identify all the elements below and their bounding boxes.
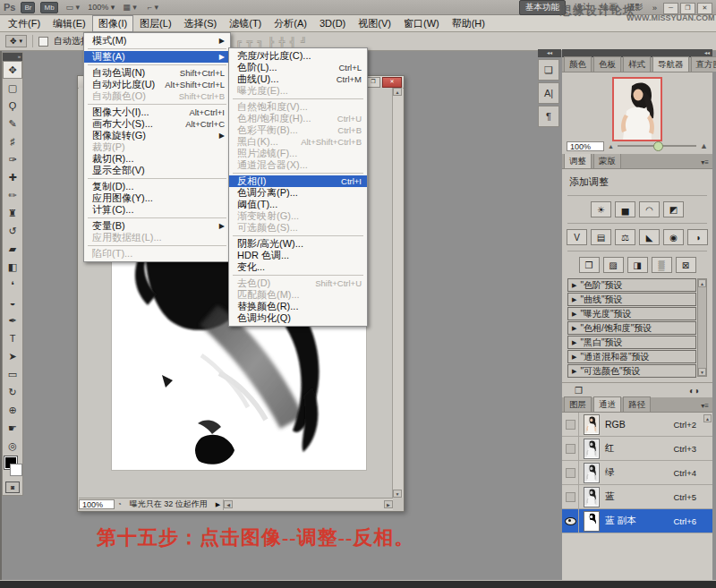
- preset-row[interactable]: ▶"可选颜色"预设: [567, 364, 696, 378]
- screen-mode-icon[interactable]: ⌐ ▾: [145, 3, 161, 12]
- hue-saturation-icon[interactable]: ▤: [591, 229, 611, 245]
- levels-icon[interactable]: ▅: [615, 201, 635, 217]
- panel-menu-icon[interactable]: ▾≡: [697, 158, 712, 168]
- character-panel-icon[interactable]: A|: [538, 82, 559, 104]
- path-selection-tool[interactable]: ➤: [3, 347, 22, 365]
- collapse-triangle-icon[interactable]: ▶: [572, 339, 576, 346]
- black-white-icon[interactable]: ◣: [639, 229, 660, 245]
- visibility-cell[interactable]: [562, 437, 579, 460]
- menu-bar-item[interactable]: 滤镜(T): [223, 15, 268, 32]
- color-balance-icon[interactable]: ⚖: [615, 229, 635, 245]
- pen-tool[interactable]: ✒: [3, 311, 22, 329]
- menu-bar-item[interactable]: 3D(D): [313, 16, 352, 30]
- preset-row[interactable]: ▶"黑白"预设: [567, 336, 696, 349]
- scroll-down-icon[interactable]: ▼: [393, 490, 402, 498]
- panel-tab[interactable]: 通道: [593, 396, 621, 412]
- menu-bar-item[interactable]: 图像(I): [92, 15, 133, 32]
- menu-bar-item[interactable]: 编辑(E): [47, 15, 92, 32]
- quick-mask-button[interactable]: ◙: [5, 481, 20, 493]
- panel-tab[interactable]: 路径: [623, 396, 651, 412]
- panel-tab[interactable]: 图层: [564, 396, 592, 412]
- channel-mixer-icon[interactable]: ◑: [687, 229, 708, 245]
- crop-tool[interactable]: ♯: [3, 132, 22, 150]
- paragraph-panel-icon[interactable]: ¶: [538, 106, 559, 127]
- collapse-triangle-icon[interactable]: ▶: [572, 368, 576, 375]
- collapse-triangle-icon[interactable]: ▶: [572, 311, 576, 318]
- invert-icon[interactable]: ❐: [579, 257, 600, 273]
- image-menu-item[interactable]: 陷印(T)...: [84, 248, 230, 260]
- visibility-well[interactable]: [566, 492, 575, 502]
- scroll-left-icon[interactable]: ◀: [224, 500, 233, 508]
- rotate-view-tool[interactable]: ↻: [3, 383, 22, 401]
- collapse-triangle-icon[interactable]: ▶: [572, 325, 576, 332]
- expanded-view-icon[interactable]: ❐: [575, 386, 583, 396]
- image-menu-item[interactable]: 应用数据组(L)...: [84, 232, 230, 243]
- document-zoom-input[interactable]: 100%: [79, 499, 115, 509]
- scroll-right-icon[interactable]: ▶: [384, 500, 393, 508]
- menu-bar-item[interactable]: 窗口(W): [397, 15, 446, 32]
- adjust-submenu-item[interactable]: 色调均化(Q): [229, 312, 367, 324]
- document-restore-button[interactable]: ❐: [366, 77, 380, 88]
- mini-dock-collapse[interactable]: ◂◂: [538, 49, 561, 57]
- marquee-tool[interactable]: ▢: [3, 79, 22, 97]
- align-icon[interactable]: ╝: [300, 37, 308, 47]
- horizontal-scrollbar[interactable]: ◀ ▶: [223, 499, 393, 510]
- preset-row[interactable]: ▶"通道混和器"预设: [567, 350, 696, 363]
- visibility-cell[interactable]: [562, 461, 579, 484]
- collapse-triangle-icon[interactable]: ▶: [572, 282, 576, 289]
- visibility-cell[interactable]: [562, 413, 579, 436]
- lasso-tool[interactable]: Ϙ: [3, 97, 22, 115]
- mini-bridge-button[interactable]: Mb: [40, 2, 57, 13]
- dodge-tool[interactable]: ◒: [3, 294, 22, 311]
- menu-bar-item[interactable]: 视图(V): [352, 15, 397, 32]
- status-flyout-icon[interactable]: ▶: [213, 501, 223, 508]
- presets-scrollbar[interactable]: ▲ ▼: [697, 278, 707, 377]
- adjust-submenu-item[interactable]: 可选颜色(S)...: [229, 222, 367, 234]
- menu-bar-item[interactable]: 分析(A): [268, 15, 313, 32]
- arrange-documents-icon[interactable]: ▦ ▾: [120, 3, 140, 12]
- visibility-cell[interactable]: [562, 509, 579, 533]
- image-menu-item[interactable]: 自动颜色(O)Shift+Ctrl+B: [84, 90, 230, 102]
- hand-tool[interactable]: ☛: [3, 419, 22, 437]
- navigator-proxy-view[interactable]: [612, 77, 662, 141]
- zoom-tool[interactable]: ◎: [3, 437, 22, 455]
- panel-tab[interactable]: 色板: [593, 56, 621, 72]
- visibility-well[interactable]: [566, 468, 575, 478]
- align-icon[interactable]: ╣: [289, 37, 297, 47]
- auto-select-checkbox[interactable]: [38, 37, 48, 47]
- channel-row[interactable]: 蓝Ctrl+5: [562, 485, 712, 509]
- eyedropper-tool[interactable]: ✑: [3, 150, 22, 168]
- align-icon[interactable]: ╬: [277, 37, 286, 47]
- align-icon[interactable]: ╦: [245, 37, 253, 47]
- preset-row[interactable]: ▶"曲线"预设: [567, 293, 696, 306]
- menu-bar-item[interactable]: 帮助(H): [446, 15, 491, 32]
- scroll-up-icon[interactable]: ▲: [703, 414, 712, 422]
- brush-tool[interactable]: ✏: [3, 186, 22, 204]
- zoom-slider-thumb[interactable]: [653, 141, 663, 151]
- adjust-submenu-item[interactable]: 通道混合器(X)...: [229, 159, 367, 171]
- adjust-submenu-item[interactable]: 曝光度(E)...: [229, 85, 367, 97]
- workspace-overflow-chevron[interactable]: »: [652, 3, 657, 13]
- panel-tab[interactable]: 颜色: [564, 56, 592, 72]
- zoom-in-icon[interactable]: ▲: [700, 141, 708, 150]
- channel-row[interactable]: 红Ctrl+3: [562, 437, 712, 461]
- tool-preset-picker[interactable]: ✥▾: [5, 35, 27, 47]
- panel-tab[interactable]: 蒙版: [593, 153, 621, 168]
- history-brush-tool[interactable]: ↺: [3, 222, 22, 240]
- clone-source-panel-icon[interactable]: ❏: [538, 59, 559, 81]
- move-tool[interactable]: ✥: [3, 61, 22, 79]
- selective-color-icon[interactable]: ⊠: [676, 257, 696, 273]
- gradient-map-icon[interactable]: ▒: [652, 257, 672, 273]
- posterize-icon[interactable]: ▨: [603, 257, 624, 273]
- panel-menu-icon[interactable]: ▾≡: [697, 402, 712, 412]
- tools-panel-collapse[interactable]: »: [3, 53, 22, 61]
- background-color-swatch[interactable]: [10, 464, 22, 476]
- clone-stamp-tool[interactable]: ♜: [3, 204, 22, 222]
- align-icon[interactable]: ╗: [256, 37, 264, 47]
- zoom-level-control[interactable]: 100% ▾: [88, 3, 115, 12]
- shape-tool[interactable]: ▭: [3, 365, 22, 383]
- view-extras-icon[interactable]: ▭ ▾: [64, 3, 83, 12]
- align-icon[interactable]: ╔: [234, 37, 243, 47]
- menu-bar-item[interactable]: 图层(L): [133, 15, 177, 32]
- navigator-zoom-input[interactable]: 100%: [567, 141, 604, 151]
